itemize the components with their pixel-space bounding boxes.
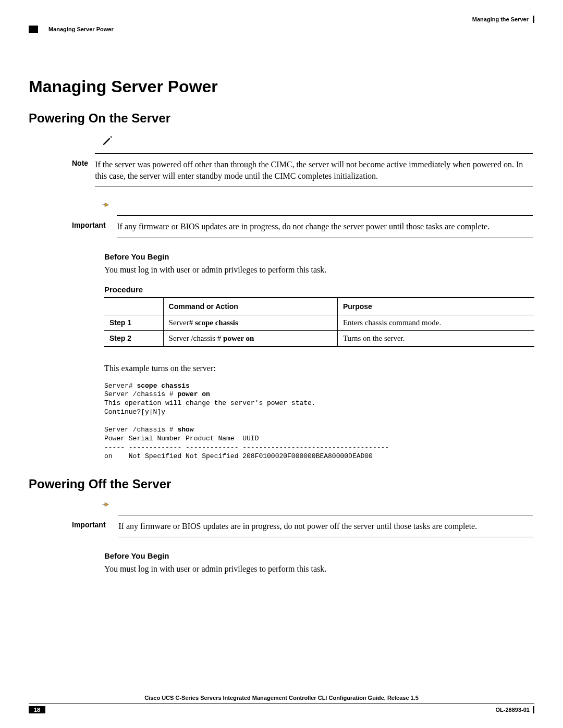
before-you-begin-text: You must log in with user or admin privi… xyxy=(104,264,534,276)
step-cell: Step 1 xyxy=(104,315,163,331)
header-section-title: Managing Server Power xyxy=(48,26,114,32)
table-row: Step 2 Server /chassis # power on Turns … xyxy=(104,331,534,347)
running-header-top: Managing the Server xyxy=(29,16,534,23)
important-block-off: Important If any firmware or BIOS update… xyxy=(70,501,534,542)
doc-id: OL-28893-01 xyxy=(496,707,530,713)
step-cell: Step 2 xyxy=(104,331,163,347)
table-header-step xyxy=(104,298,163,315)
section-powering-on-title: Powering On the Server xyxy=(29,111,534,126)
footer-bar-icon xyxy=(533,706,534,713)
header-chapter-title: Managing the Server xyxy=(472,16,529,22)
procedure-heading: Procedure xyxy=(104,285,534,294)
header-block-icon xyxy=(29,26,38,33)
code-example: Server# scope chassis Server /chassis # … xyxy=(104,382,534,461)
page-number: 18 xyxy=(29,706,45,713)
important-text: If any firmware or BIOS updates are in p… xyxy=(116,220,533,233)
note-label: Note xyxy=(71,158,93,182)
procedure-table: Command or Action Purpose Step 1 Server#… xyxy=(104,297,534,347)
note-block: Note If the server was powered off other… xyxy=(70,135,534,192)
table-header-purpose: Purpose xyxy=(337,298,534,315)
page: Managing the Server Managing Server Powe… xyxy=(0,0,563,728)
command-cell: Server /chassis # power on xyxy=(163,331,337,347)
before-you-begin-text-off: You must log in with user or admin privi… xyxy=(104,563,534,575)
table-header-row: Command or Action Purpose xyxy=(104,298,534,315)
page-footer: Cisco UCS C-Series Servers Integrated Ma… xyxy=(29,695,534,714)
example-intro: This example turns on the server: xyxy=(104,363,534,374)
header-bar-icon xyxy=(533,16,534,23)
important-text: If any firmware or BIOS updates are in p… xyxy=(118,520,533,533)
important-hand-icon xyxy=(102,501,111,510)
footer-doc-title: Cisco UCS C-Series Servers Integrated Ma… xyxy=(29,695,534,701)
running-header-second: Managing Server Power xyxy=(29,26,534,33)
before-you-begin-heading: Before You Begin xyxy=(104,252,534,261)
purpose-cell: Enters chassis command mode. xyxy=(337,315,534,331)
important-label: Important xyxy=(71,520,117,533)
note-text: If the server was powered off other than… xyxy=(94,158,533,182)
before-you-begin-heading-off: Before You Begin xyxy=(104,551,534,560)
note-pencil-icon xyxy=(102,139,113,148)
purpose-cell: Turns on the server. xyxy=(337,331,534,347)
table-header-command: Command or Action xyxy=(163,298,337,315)
page-title: Managing Server Power xyxy=(29,77,534,96)
important-block: Important If any firmware or BIOS update… xyxy=(70,201,534,243)
table-row: Step 1 Server# scope chassis Enters chas… xyxy=(104,315,534,331)
important-label: Important xyxy=(71,220,115,233)
command-cell: Server# scope chassis xyxy=(163,315,337,331)
section-powering-off-title: Powering Off the Server xyxy=(29,477,534,491)
important-hand-icon xyxy=(102,201,111,210)
